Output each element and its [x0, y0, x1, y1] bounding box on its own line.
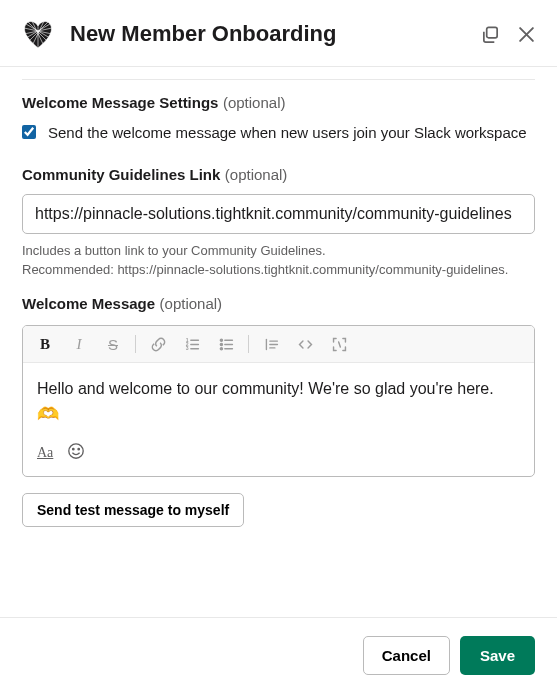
guidelines-optional: (optional) — [225, 166, 288, 183]
heart-logo-icon — [20, 16, 56, 52]
dialog-title: New Member Onboarding — [70, 21, 479, 47]
editor-textarea[interactable]: Hello and welcome to our community! We'r… — [23, 363, 534, 438]
guidelines-link-input[interactable] — [22, 194, 535, 234]
guidelines-section: Community Guidelines Link (optional) Inc… — [22, 166, 535, 280]
format-toggle-icon[interactable]: Aa — [37, 445, 53, 461]
welcome-message-optional: (optional) — [160, 295, 223, 312]
send-welcome-checkbox[interactable] — [22, 125, 36, 139]
cancel-button[interactable]: Cancel — [363, 636, 450, 675]
save-button[interactable]: Save — [460, 636, 535, 675]
welcome-message-section: Welcome Message (optional) B I S 1 — [22, 295, 535, 477]
svg-rect-0 — [486, 27, 496, 37]
ordered-list-icon[interactable]: 1 2 3 — [180, 332, 204, 356]
emoji-hands-heart: 🫶 — [37, 404, 59, 424]
guidelines-label: Community Guidelines Link — [22, 166, 220, 183]
svg-line-19 — [338, 342, 340, 347]
dialog-header: New Member Onboarding — [0, 0, 557, 67]
welcome-message-text: Hello and welcome to our community! We'r… — [37, 380, 494, 397]
toolbar-divider — [135, 335, 136, 353]
welcome-message-label: Welcome Message — [22, 295, 155, 312]
svg-point-22 — [78, 449, 79, 450]
welcome-settings-optional: (optional) — [223, 94, 286, 111]
welcome-settings-section: Welcome Message Settings (optional) Send… — [22, 94, 535, 144]
editor-toolbar: B I S 1 2 3 — [23, 326, 534, 363]
svg-point-9 — [220, 339, 222, 341]
welcome-settings-label: Welcome Message Settings — [22, 94, 218, 111]
send-test-button[interactable]: Send test message to myself — [22, 493, 244, 527]
code-block-icon[interactable] — [327, 332, 351, 356]
emoji-picker-icon[interactable] — [67, 442, 85, 464]
svg-text:3: 3 — [185, 345, 188, 351]
svg-point-13 — [220, 348, 222, 350]
strikethrough-icon[interactable]: S — [101, 332, 125, 356]
dialog-footer: Cancel Save — [0, 617, 557, 693]
svg-point-11 — [220, 343, 222, 345]
open-new-window-icon[interactable] — [479, 23, 501, 45]
svg-point-21 — [73, 449, 74, 450]
close-icon[interactable] — [515, 23, 537, 45]
send-welcome-label[interactable]: Send the welcome message when new users … — [48, 122, 527, 144]
code-icon[interactable] — [293, 332, 317, 356]
svg-point-20 — [69, 444, 83, 458]
bold-icon[interactable]: B — [33, 332, 57, 356]
bullet-list-icon[interactable] — [214, 332, 238, 356]
guidelines-helper: Includes a button link to your Community… — [22, 242, 535, 280]
blockquote-icon[interactable] — [259, 332, 283, 356]
toolbar-divider — [248, 335, 249, 353]
welcome-message-editor: B I S 1 2 3 — [22, 325, 535, 477]
italic-icon[interactable]: I — [67, 332, 91, 356]
link-icon[interactable] — [146, 332, 170, 356]
